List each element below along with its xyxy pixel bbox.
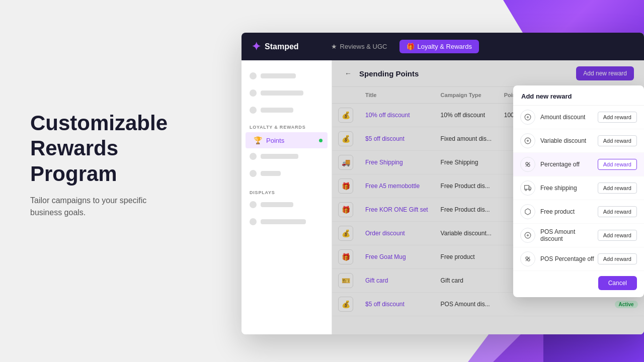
app-logo: ✦ Stamped: [252, 40, 299, 53]
add-reward-button[interactable]: Add reward: [598, 230, 637, 241]
skel-line: [261, 73, 296, 78]
reward-type-icon: [520, 157, 535, 172]
reward-info: Percentage off: [520, 157, 580, 172]
skel-line: [261, 154, 298, 159]
reward-info: POS Amount discount: [520, 228, 598, 243]
sidebar-item-points[interactable]: 🏆 Points: [246, 132, 328, 148]
sidebar-item-points-label: Points: [266, 137, 284, 144]
reward-label: Amount discount: [540, 114, 585, 121]
sidebar-skeleton-1: [242, 68, 332, 83]
logo-text: Stamped: [265, 42, 299, 51]
nav-item-reviews[interactable]: ★ Reviews & UGC: [324, 40, 394, 53]
reward-label: POS Amount discount: [540, 228, 598, 242]
add-reward-button[interactable]: Add reward: [598, 135, 637, 146]
reward-label: Variable discount: [540, 137, 586, 144]
skel-circle: [250, 170, 257, 177]
reward-info: Amount discount: [520, 110, 585, 125]
reward-type-icon: [520, 180, 535, 196]
add-reward-button[interactable]: Add reward: [598, 112, 637, 123]
loyalty-gift-icon: 🎁: [407, 43, 415, 50]
nav-item-loyalty-label: Loyalty & Rewards: [418, 43, 472, 50]
loyalty-section-label: LOYALTY & REWARDS: [242, 120, 332, 132]
add-reward-button[interactable]: Add reward: [598, 159, 637, 170]
app-navbar: ✦ Stamped ★ Reviews & UGC 🎁 Loyalty & Re…: [242, 33, 644, 60]
skel-circle: [250, 89, 257, 97]
svg-marker-10: [529, 187, 531, 190]
nav-items: ★ Reviews & UGC 🎁 Loyalty & Rewards: [324, 40, 479, 53]
reviews-star-icon: ★: [331, 43, 337, 50]
skel-circle: [250, 218, 257, 225]
active-indicator: [319, 139, 323, 142]
nav-item-loyalty[interactable]: 🎁 Loyalty & Rewards: [399, 40, 479, 53]
skel-circle: [250, 153, 257, 160]
reward-type-icon: [520, 133, 535, 148]
reward-info: POS Percentage off: [520, 251, 594, 266]
reward-label: Free shipping: [540, 185, 577, 192]
skel-line: [261, 90, 303, 96]
reward-info: Free product: [520, 204, 575, 219]
modal-reward-row: Percentage off Add reward: [513, 153, 644, 176]
modal-reward-row: Variable discount Add reward: [513, 129, 644, 153]
add-reward-button[interactable]: Add reward: [598, 253, 637, 264]
skel-circle: [250, 107, 257, 114]
reward-label: POS Percentage off: [540, 255, 594, 262]
reward-label: Percentage off: [540, 161, 580, 168]
modal-rewards-list: Amount discount Add reward Variable disc…: [513, 106, 644, 271]
skel-circle: [250, 72, 257, 79]
svg-point-11: [525, 189, 527, 191]
app-window: ✦ Stamped ★ Reviews & UGC 🎁 Loyalty & Re…: [242, 33, 644, 334]
sidebar-skeleton-5: [242, 166, 332, 181]
modal-footer: Cancel: [513, 271, 644, 292]
modal-reward-row: Free shipping Add reward: [513, 176, 644, 200]
add-reward-button[interactable]: Add reward: [598, 206, 637, 217]
reward-type-icon: [520, 251, 535, 266]
sidebar-skeleton-4: [242, 149, 332, 164]
add-reward-button[interactable]: Add reward: [598, 183, 637, 194]
skel-circle: [250, 201, 257, 208]
points-icon: 🏆: [254, 136, 262, 144]
sidebar-skeleton-2: [242, 85, 332, 101]
modal-reward-row: POS Percentage off Add reward: [513, 247, 644, 271]
reward-type-icon: [520, 110, 535, 125]
hero-subtitle: Tailor campaigns to your specific busine…: [30, 195, 206, 219]
cancel-button[interactable]: Cancel: [598, 276, 637, 290]
add-reward-modal: Add new reward Amount discount Add rewar…: [513, 85, 644, 297]
sidebar-skeleton-6: [242, 197, 332, 212]
reward-info: Free shipping: [520, 180, 577, 196]
main-content: ← Spending Points Add new reward Title C…: [332, 60, 644, 334]
app-body: LOYALTY & REWARDS 🏆 Points DISPLAYS: [242, 60, 644, 334]
hero-section: Customizable Rewards Program Tailor camp…: [30, 111, 206, 219]
skel-line: [261, 202, 293, 207]
modal-reward-row: Amount discount Add reward: [513, 106, 644, 129]
displays-section-label: DISPLAYS: [242, 185, 332, 197]
skel-line: [261, 171, 281, 176]
reward-type-icon: [520, 204, 535, 219]
sidebar: LOYALTY & REWARDS 🏆 Points DISPLAYS: [242, 60, 332, 334]
skel-line: [261, 108, 293, 113]
hero-title: Customizable Rewards Program: [30, 111, 206, 187]
skel-line: [261, 219, 306, 224]
modal-title: Add new reward: [513, 85, 644, 106]
svg-point-12: [529, 189, 530, 191]
sidebar-skeleton-3: [242, 103, 332, 118]
reward-type-icon: [520, 228, 535, 243]
reward-label: Free product: [540, 208, 575, 215]
modal-reward-row: Free product Add reward: [513, 200, 644, 224]
reward-info: Variable discount: [520, 133, 586, 148]
nav-item-reviews-label: Reviews & UGC: [340, 43, 387, 50]
svg-rect-9: [525, 186, 529, 190]
sidebar-skeleton-7: [242, 214, 332, 229]
logo-icon: ✦: [252, 40, 261, 53]
modal-reward-row: POS Amount discount Add reward: [513, 224, 644, 247]
